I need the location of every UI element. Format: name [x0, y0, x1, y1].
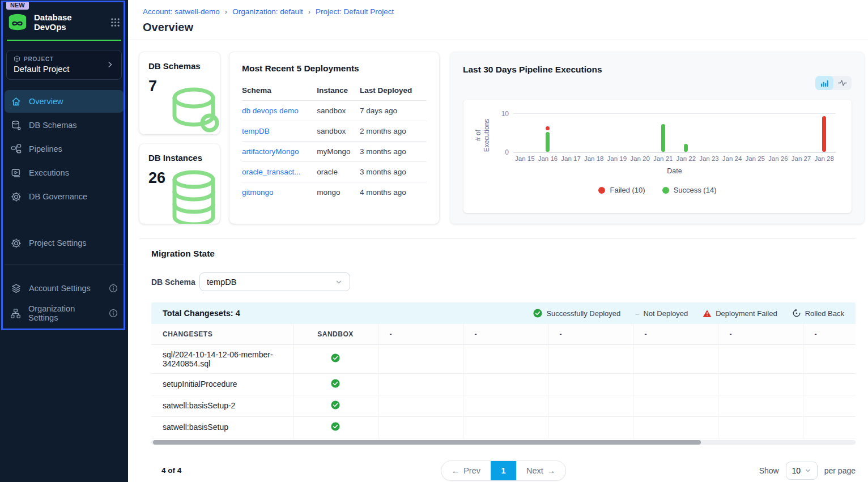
deployment-schema-cell: oracle_transact... — [242, 162, 317, 182]
per-page-controls: Show 10 per page — [759, 462, 856, 480]
empty-cell — [378, 344, 463, 373]
changeset-name-cell: satwell:basisSetup-2 — [151, 395, 293, 416]
migration-header-row: CHANGESETSSANDBOX------ — [151, 324, 856, 344]
chart-legend-item[interactable]: Success (14) — [662, 186, 717, 194]
schema-link[interactable]: oracle_transact... — [242, 168, 301, 176]
app-switcher-grid-icon[interactable] — [110, 18, 120, 27]
database-icon — [10, 120, 22, 131]
success-bar[interactable] — [684, 144, 688, 152]
migration-column-header: - — [633, 324, 718, 344]
success-bar[interactable] — [546, 132, 550, 152]
deployment-last-deployed-cell: 7 days ago — [360, 101, 427, 121]
schema-link[interactable]: artifactoryMongo — [242, 147, 299, 156]
check-circle-icon — [331, 400, 340, 410]
sidebar-item-account-settings[interactable]: Account Settings — [5, 276, 124, 300]
schema-link[interactable]: gitmongo — [242, 188, 274, 197]
schema-link[interactable]: db devops demo — [242, 106, 299, 115]
x-tick-label: Jan 26 — [767, 155, 790, 162]
deployment-schema-cell: tempDB — [242, 121, 317, 142]
chart-bar-slot — [790, 114, 813, 152]
empty-cell — [718, 373, 803, 395]
sidebar-item-pipelines[interactable]: Pipelines — [5, 138, 124, 160]
changeset-name-cell: setupInitialProcedure — [151, 373, 293, 395]
next-page-button[interactable]: Next → — [516, 460, 565, 481]
breadcrumb-account-link[interactable]: Account: satwell-demo — [143, 7, 220, 16]
status-legend-item: Rolled Back — [792, 309, 844, 318]
database-stack-outline-icon — [164, 168, 220, 224]
empty-cell — [378, 395, 463, 416]
sidebar-item-db-governance[interactable]: DB Governance — [5, 185, 124, 208]
arrow-right-icon: → — [547, 466, 556, 475]
info-icon[interactable] — [109, 309, 118, 318]
success-bar[interactable] — [661, 124, 665, 152]
chart-plot-card: # of Executions 10 0 Jan 15Jan 16Jan 17J… — [463, 100, 852, 213]
x-axis-title: Date — [513, 167, 836, 175]
stat-label: DB Schemas — [148, 61, 211, 71]
sidebar-item-project-settings[interactable]: Project Settings — [5, 232, 124, 254]
migration-body: sql/2024-10-14-12-06-member-34240854.sql… — [151, 344, 856, 438]
migration-table-scroll-area: CHANGESETSSANDBOX------ sql/2024-10-14-1… — [151, 324, 856, 438]
sidebar-accent-divider — [7, 40, 121, 41]
deployment-row: artifactoryMongomyMongo3 months ago — [242, 142, 427, 162]
legend-dot-icon — [662, 187, 669, 194]
sidebar-item-executions[interactable]: Executions — [5, 161, 124, 184]
empty-cell — [803, 344, 856, 373]
horizontal-scrollbar-thumb[interactable] — [153, 440, 701, 445]
pipeline-icon — [10, 144, 22, 155]
db-schema-select[interactable]: tempDB — [199, 272, 350, 291]
sidebar-item-label: Overview — [29, 97, 63, 106]
deployment-row: tempDBsandbox2 months ago — [242, 121, 427, 142]
arrow-left-icon: ← — [452, 466, 460, 475]
rollback-icon — [792, 309, 801, 318]
status-legend-item: –Not Deployed — [635, 309, 688, 318]
changeset-row: sql/2024-10-14-12-06-member-34240854.sql — [151, 344, 856, 373]
sidebar-item-label: Executions — [29, 168, 69, 177]
changeset-row: satwell:basisSetup — [151, 416, 856, 438]
sidebar-item-overview[interactable]: Overview — [5, 90, 124, 113]
deployment-schema-cell: db devops demo — [242, 101, 317, 121]
stat-label: DB Instances — [148, 153, 211, 163]
page-1-button[interactable]: 1 — [491, 460, 516, 481]
empty-cell — [548, 395, 633, 416]
x-tick-label: Jan 23 — [697, 155, 721, 162]
y-tick-0: 0 — [496, 148, 509, 156]
breadcrumb: Account: satwell-demo › Organization: de… — [143, 7, 854, 16]
chart-bar-slot — [697, 114, 721, 152]
home-icon — [10, 96, 22, 107]
status-legend-item: Deployment Failed — [703, 309, 777, 318]
empty-cell — [463, 395, 548, 416]
deployments-column-header: Schema — [242, 82, 317, 101]
bar-chart-icon[interactable] — [815, 76, 833, 90]
chevron-down-icon — [335, 278, 343, 286]
line-chart-icon[interactable] — [833, 76, 852, 90]
chart-title: Last 30 Days Pipeline Executions — [463, 65, 852, 75]
breadcrumb-project-link[interactable]: Project: Default Project — [316, 7, 394, 16]
deployment-row: gitmongomongo4 months ago — [242, 182, 427, 203]
prev-page-button[interactable]: ← Prev — [441, 460, 491, 481]
sidebar-item-db-schemas[interactable]: DB Schemas — [5, 114, 124, 137]
sidebar-item-organization-settings[interactable]: Organization Settings — [5, 301, 124, 325]
deployments-body: db devops demosandbox7 days agotempDBsan… — [242, 101, 427, 203]
per-page-select[interactable]: 10 — [786, 462, 818, 480]
failed-bar[interactable] — [546, 126, 550, 130]
chart-legend-item[interactable]: Failed (10) — [598, 186, 645, 194]
empty-cell — [463, 416, 548, 438]
new-badge: NEW — [6, 1, 29, 10]
project-selector[interactable]: PROJECT Default Project — [6, 50, 122, 80]
deployment-last-deployed-cell: 3 months ago — [360, 142, 427, 162]
migration-column-header: - — [548, 324, 633, 344]
schema-link[interactable]: tempDB — [242, 127, 270, 135]
deployment-schema-cell: gitmongo — [242, 182, 317, 203]
deployment-schema-cell: artifactoryMongo — [242, 142, 317, 162]
migration-section: Migration State DB Schema tempDB Total C… — [151, 239, 856, 481]
x-tick-label: Jan 16 — [537, 155, 560, 162]
deployment-instance-cell: myMongo — [317, 142, 360, 162]
failed-bar[interactable] — [822, 116, 826, 152]
info-icon[interactable] — [109, 284, 118, 293]
empty-cell — [803, 395, 856, 416]
chart-bar-slot — [767, 114, 790, 152]
migration-column-header: CHANGESETS — [151, 324, 293, 344]
database-outline-icon — [164, 83, 220, 134]
breadcrumb-organization-link[interactable]: Organization: default — [232, 7, 303, 16]
per-page-value: 10 — [792, 466, 801, 475]
